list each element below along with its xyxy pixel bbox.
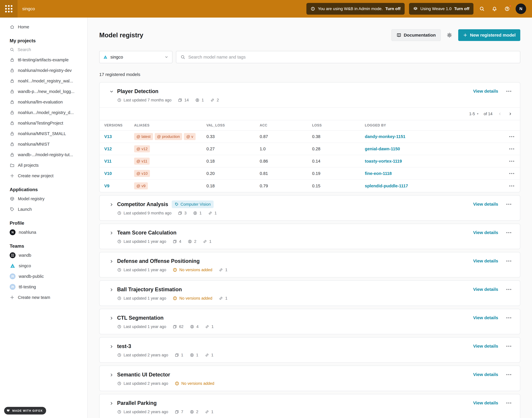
admin-turn-off-button[interactable]: Turn off: [385, 6, 401, 11]
sidebar-project-item[interactable]: wandb-p.../new_model_logg...: [0, 86, 87, 97]
row-menu-button[interactable]: [508, 184, 515, 188]
overflow-menu-button[interactable]: [505, 373, 512, 376]
alias-chip[interactable]: @latest: [134, 133, 153, 140]
view-details-link[interactable]: View details: [473, 287, 498, 292]
expand-button[interactable]: [108, 400, 115, 407]
row-menu-button[interactable]: [508, 172, 515, 175]
expand-button[interactable]: [108, 286, 115, 293]
overflow-menu-button[interactable]: [505, 90, 512, 93]
view-details-link[interactable]: View details: [473, 230, 498, 235]
sidebar-item-profile[interactable]: N noahluna: [0, 227, 87, 238]
sidebar-project-item[interactable]: noahlun.../model_registry_d...: [0, 107, 87, 118]
model-search-input[interactable]: [188, 55, 516, 59]
overflow-menu-button[interactable]: [505, 288, 512, 291]
alias-chip[interactable]: @v: [184, 133, 195, 140]
help-button[interactable]: [503, 5, 511, 13]
expand-button[interactable]: [108, 258, 115, 265]
wandb-logo[interactable]: [0, 0, 18, 18]
collapse-button[interactable]: [108, 88, 115, 95]
versions-icon: [175, 353, 179, 357]
overflow-menu-button[interactable]: [505, 259, 512, 263]
sidebar-project-item[interactable]: noahluna/TestingProject: [0, 118, 87, 128]
topbar-team-name[interactable]: singco: [22, 6, 35, 11]
user-avatar[interactable]: N: [516, 3, 526, 14]
expand-button[interactable]: [108, 343, 115, 350]
row-menu-button[interactable]: [508, 160, 515, 163]
row-menu-button[interactable]: [508, 147, 515, 151]
model-title[interactable]: Parallel Parking: [117, 400, 157, 406]
model-title[interactable]: Semantic UI Detector: [117, 372, 170, 378]
next-page-button[interactable]: [507, 111, 514, 117]
entity-select[interactable]: singco: [99, 51, 172, 63]
alias-chip[interactable]: @v12: [134, 145, 150, 152]
model-title[interactable]: Player Detection: [117, 88, 158, 94]
search-button[interactable]: [478, 5, 486, 13]
overflow-menu-button[interactable]: [505, 345, 512, 348]
sidebar-item-launch[interactable]: Launch: [0, 204, 87, 215]
alias-chip[interactable]: @v10: [134, 170, 150, 177]
sidebar-team-item[interactable]: wandb-public: [0, 271, 87, 282]
view-details-link[interactable]: View details: [473, 89, 498, 94]
sidebar-search-input[interactable]: [18, 47, 67, 52]
version-link[interactable]: V13: [104, 134, 134, 139]
model-title[interactable]: Competitor Analysis: [117, 201, 168, 207]
view-details-link[interactable]: View details: [473, 315, 498, 320]
expand-button[interactable]: [108, 201, 115, 208]
sidebar-project-item[interactable]: ttl-testing/artifacts-example: [0, 55, 87, 65]
sidebar-project-item[interactable]: noahluna/MNIST: [0, 139, 87, 150]
view-details-link[interactable]: View details: [473, 344, 498, 349]
overflow-menu-button[interactable]: [505, 401, 512, 405]
sidebar-item-create-project[interactable]: Create new project: [0, 171, 87, 181]
new-registered-model-button[interactable]: New registered model: [458, 29, 520, 41]
overflow-menu-button[interactable]: [505, 203, 512, 206]
weave-turn-off-button[interactable]: Turn off: [454, 6, 469, 11]
sidebar-project-item[interactable]: noahluna/llm-evaluation: [0, 97, 87, 107]
documentation-button[interactable]: Documentation: [391, 29, 441, 41]
sidebar-project-item[interactable]: wandb-.../model-registry-tut...: [0, 150, 87, 160]
model-title[interactable]: CTL Segmentation: [117, 315, 164, 321]
sidebar-item-model-registry[interactable]: Model registry: [0, 194, 87, 204]
alias-chip[interactable]: @production: [155, 133, 182, 140]
sidebar-project-item[interactable]: noahl.../model_registry_wal...: [0, 76, 87, 86]
expand-button[interactable]: [108, 315, 115, 322]
logged-by-link[interactable]: toasty-vortex-1119: [365, 159, 499, 164]
caret-down-icon: [476, 112, 480, 116]
version-link[interactable]: V12: [104, 147, 134, 151]
view-details-link[interactable]: View details: [473, 258, 498, 263]
model-title[interactable]: test-3: [117, 343, 131, 349]
sidebar-item-home[interactable]: Home: [0, 22, 87, 32]
view-details-link[interactable]: View details: [473, 400, 498, 406]
view-details-link[interactable]: View details: [473, 372, 498, 377]
expand-button[interactable]: [108, 230, 115, 236]
view-details-link[interactable]: View details: [473, 202, 498, 207]
version-link[interactable]: V11: [104, 159, 134, 164]
model-title[interactable]: Ball Trajectory Estimation: [117, 286, 182, 292]
model-title[interactable]: Defense and Offense Positioning: [117, 258, 200, 264]
sidebar-item-all-projects[interactable]: All projects: [0, 160, 87, 171]
model-tag[interactable]: Computer Vision: [172, 200, 213, 208]
expand-button[interactable]: [108, 372, 115, 379]
sidebar-team-item[interactable]: ttl-testing: [0, 282, 87, 292]
sidebar-project-item[interactable]: noahluna/MNIST_SMALL: [0, 128, 87, 139]
row-menu-button[interactable]: [508, 135, 515, 138]
gifox-badge[interactable]: MADE WITH GIFOX: [4, 407, 46, 415]
overflow-menu-button[interactable]: [505, 231, 512, 234]
logged-by-link[interactable]: genial-dawn-1150: [365, 147, 499, 151]
alias-chip[interactable]: @v9: [134, 182, 148, 189]
sidebar-team-item[interactable]: wandb: [0, 250, 87, 261]
settings-button[interactable]: [444, 29, 455, 41]
notifications-button[interactable]: [490, 5, 499, 13]
sidebar-project-item[interactable]: noahluna/model-registry-dev: [0, 65, 87, 76]
alias-chip[interactable]: @v11: [134, 158, 150, 165]
overflow-menu-button[interactable]: [505, 316, 512, 320]
logged-by-link[interactable]: fine-eon-1118: [365, 171, 499, 176]
sidebar-team-item[interactable]: singco: [0, 261, 87, 271]
version-link[interactable]: V10: [104, 171, 134, 176]
prev-page-button[interactable]: [497, 111, 503, 117]
page-range-select[interactable]: 1-5: [469, 112, 480, 116]
sidebar-item-create-team[interactable]: Create new team: [0, 292, 87, 303]
model-title[interactable]: Team Score Calculation: [117, 230, 177, 236]
logged-by-link[interactable]: splendid-puddle-1117: [365, 184, 499, 188]
logged-by-link[interactable]: dandy-monkey-1151: [365, 134, 499, 139]
version-link[interactable]: V9: [104, 184, 134, 188]
